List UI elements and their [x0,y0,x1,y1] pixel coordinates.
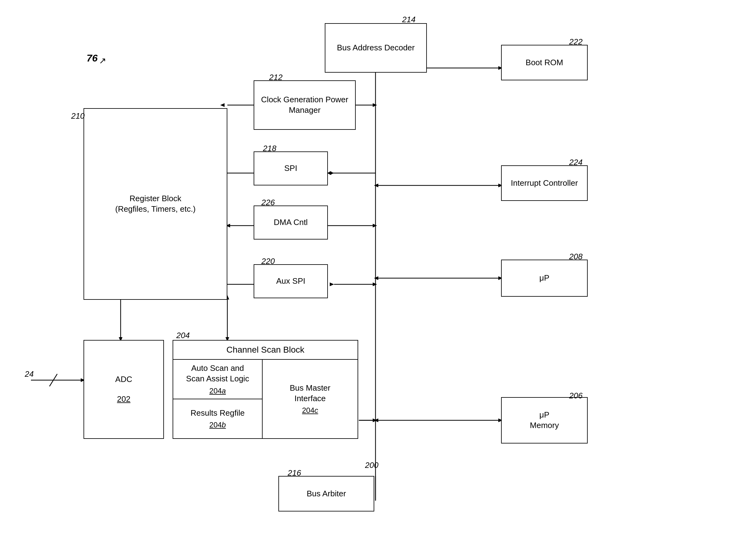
channel-scan-header: Channel Scan Block [173,341,358,360]
adc-label: ADC [115,374,132,385]
ref-226: 226 [262,198,275,207]
auto-scan-block: Auto Scan andScan Assist Logic 204a [173,360,262,399]
bus-arbiter-label: Bus Arbiter [307,488,346,499]
svg-marker-30 [373,418,377,422]
svg-marker-36 [374,184,378,187]
dma-cntl-block: DMA Cntl [254,205,328,240]
spi-block: SPI [254,152,328,185]
ref-206: 206 [569,391,582,401]
interrupt-controller-block: Interrupt Controller [501,165,588,201]
svg-marker-3 [373,103,377,107]
svg-line-48 [50,374,57,386]
ref-222: 222 [569,37,582,47]
ref-224: 224 [569,158,582,167]
bus-address-decoder-label: Bus Address Decoder [337,43,415,53]
diagram: 76 ↗ Bus Address Decoder 214 Clock Gener… [0,0,751,560]
interrupt-controller-label: Interrupt Controller [511,178,578,188]
clock-gen-label: Clock Generation Power Manager [254,95,355,116]
auto-scan-label: Auto Scan andScan Assist Logic [186,363,249,384]
svg-marker-13 [330,171,334,175]
adc-ref-label: 202 [117,394,130,404]
results-regfile-label: Results Regfile [191,408,245,418]
aux-spi-label: Aux SPI [276,276,305,286]
ref-200: 200 [365,460,378,470]
svg-marker-15 [373,224,377,227]
bus-master-block: Bus MasterInterface 204c [263,360,358,438]
auto-scan-ref: 204a [209,386,226,396]
bus-address-decoder-block: Bus Address Decoder [325,23,427,73]
svg-marker-22 [373,282,377,286]
register-block-label: Register Block(Regfiles, Timers, etc.) [115,194,195,215]
up-label: μP [539,273,549,283]
ref-76-arrow: ↗ [99,56,106,66]
channel-scan-block: Channel Scan Block Auto Scan andScan Ass… [173,340,358,439]
dma-cntl-label: DMA Cntl [274,217,308,228]
boot-rom-block: Boot ROM [501,45,588,80]
svg-marker-7 [220,103,225,107]
ref-220: 220 [262,257,275,266]
spi-label: SPI [284,163,297,174]
ref-208: 208 [569,252,582,261]
svg-marker-44 [374,418,378,422]
boot-rom-label: Boot ROM [525,58,563,68]
bus-master-ref: 204c [302,405,318,415]
ref-212: 212 [269,73,283,82]
adc-block: ADC 202 [83,340,164,439]
up-memory-label: μPMemory [530,410,559,431]
ref-204: 204 [176,331,190,340]
svg-marker-39 [374,276,378,280]
up-memory-block: μPMemory [501,397,588,443]
bus-arbiter-block: Bus Arbiter [278,476,374,512]
clock-gen-block: Clock Generation Power Manager [254,80,356,130]
bus-master-label: Bus MasterInterface [290,383,331,404]
ref-214: 214 [402,15,416,24]
svg-marker-20 [330,282,334,286]
up-block: μP [501,260,588,297]
ref-76: 76 [86,53,98,64]
register-block: Register Block(Regfiles, Timers, etc.) [83,108,227,300]
results-regfile-block: Results Regfile 204b [173,399,262,438]
ref-210: 210 [71,111,84,121]
results-regfile-ref: 204b [209,420,226,429]
ref-218: 218 [263,144,276,153]
ref-216: 216 [288,468,301,478]
aux-spi-block: Aux SPI [254,264,328,298]
ref-24: 24 [25,369,34,379]
